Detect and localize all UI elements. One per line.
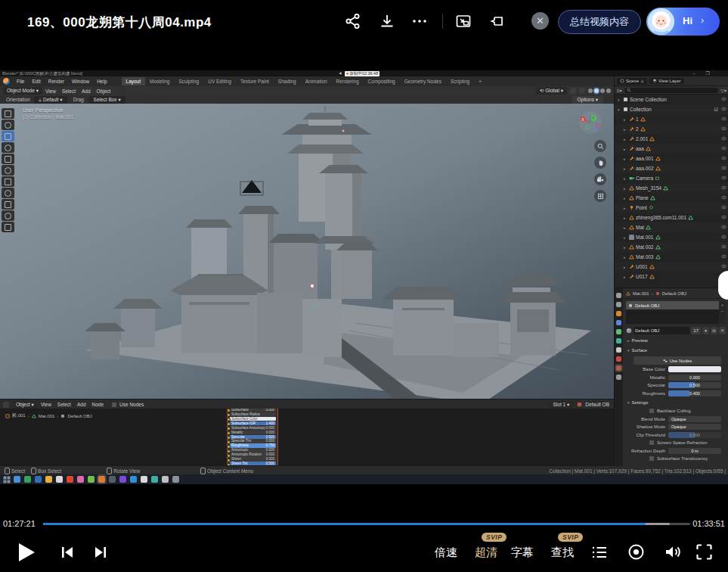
viewport-3d[interactable]: User Perspective (1) Collection | Mat.00… bbox=[0, 104, 614, 399]
taskbar-app-icon[interactable] bbox=[98, 476, 105, 483]
eye-icon[interactable] bbox=[721, 126, 726, 132]
collection-checkbox[interactable]: ☑ bbox=[714, 107, 718, 112]
expand-arrow-icon[interactable]: ▸ bbox=[624, 245, 627, 250]
expand-arrow-icon[interactable]: ▸ bbox=[624, 166, 627, 171]
use-nodes-button[interactable]: Use Nodes bbox=[634, 356, 721, 365]
shader-menu-view[interactable]: View bbox=[38, 402, 54, 407]
node-input-subsurface-radius[interactable]: Subsurface Radius bbox=[230, 412, 276, 416]
side-panel-handle[interactable] bbox=[718, 271, 728, 300]
viewport-menu-object[interactable]: Object bbox=[94, 89, 114, 94]
settings-section-header[interactable]: ▾Settings bbox=[623, 399, 728, 406]
field-control[interactable]: Opaque bbox=[668, 416, 721, 422]
eye-icon[interactable] bbox=[721, 225, 726, 230]
filter-icon[interactable]: ▽▾ bbox=[720, 88, 726, 93]
summarize-video-button[interactable]: 总结视频内容 bbox=[558, 10, 641, 34]
eye-icon[interactable] bbox=[721, 97, 726, 102]
material-slot-item[interactable]: Default OBJ bbox=[626, 301, 726, 309]
expand-arrow-icon[interactable]: ▸ bbox=[624, 117, 627, 122]
outliner-row-point[interactable]: ▸Point bbox=[615, 203, 728, 213]
workspace-tab-sculpting[interactable]: Sculpting bbox=[174, 77, 203, 85]
tool-extrude-icon[interactable] bbox=[2, 210, 14, 221]
shader-material-name[interactable]: Default OB bbox=[585, 402, 609, 407]
field-control[interactable]: 0.500 bbox=[668, 432, 721, 438]
checkbox[interactable] bbox=[649, 440, 655, 446]
taskbar-app-icon[interactable] bbox=[151, 476, 158, 483]
viewport-menu-add[interactable]: Add bbox=[79, 89, 94, 94]
navigation-gizmo[interactable]: X Y bbox=[578, 110, 603, 135]
workspace-tab-rendering[interactable]: Rendering bbox=[332, 77, 364, 85]
tool-scale-icon[interactable] bbox=[2, 154, 14, 164]
properties-tab-modifiers-icon[interactable] bbox=[616, 356, 621, 362]
tool-transform-icon[interactable] bbox=[2, 165, 14, 176]
workspace-tab-uv-editing[interactable]: UV Editing bbox=[203, 77, 236, 85]
ortho-toggle-icon[interactable] bbox=[594, 190, 606, 202]
node-input-metallic[interactable]: Metallic0.000 bbox=[230, 431, 276, 434]
expand-arrow-icon[interactable]: ▸ bbox=[624, 255, 627, 260]
properties-tab-view-layer-icon[interactable] bbox=[616, 320, 621, 325]
snap-magnet-icon[interactable] bbox=[570, 88, 576, 94]
taskbar-app-icon[interactable] bbox=[45, 476, 52, 483]
preview-section-header[interactable]: ▸Preview bbox=[623, 337, 728, 344]
outliner-row-aaa-002[interactable]: ▸aaa.002 bbox=[615, 163, 728, 173]
outliner-row-mat[interactable]: ▸Mat bbox=[615, 222, 728, 232]
taskbar-app-icon[interactable] bbox=[141, 476, 147, 483]
workspace-tab-scripting[interactable]: Scripting bbox=[446, 77, 474, 85]
eye-icon[interactable] bbox=[721, 117, 726, 122]
field-control[interactable] bbox=[668, 366, 721, 372]
rendered-shading-icon[interactable] bbox=[606, 89, 611, 93]
outliner-row-plane[interactable]: ▸Plane bbox=[615, 193, 728, 203]
scene-selector[interactable]: Scene ✕ bbox=[617, 78, 647, 85]
workspace-tab-modeling[interactable]: Modeling bbox=[145, 77, 174, 85]
expand-arrow-icon[interactable]: ▸ bbox=[624, 137, 627, 141]
node-input-sheen[interactable]: Sheen0.000 bbox=[230, 457, 276, 461]
workspace-tab-layout[interactable]: Layout bbox=[122, 77, 146, 85]
share-icon[interactable] bbox=[344, 12, 362, 30]
taskbar-app-icon[interactable] bbox=[67, 476, 73, 483]
outliner-row-1[interactable]: ▸1 bbox=[615, 114, 728, 124]
tool-rotate-icon[interactable] bbox=[2, 142, 14, 153]
properties-tab-material-icon[interactable] bbox=[616, 365, 621, 371]
shader-editor-canvas[interactable]: 殿.001› Mat.001› Default OBJ Subsurface0.… bbox=[0, 409, 614, 465]
outliner-row-u001[interactable]: ▸U001 bbox=[615, 262, 728, 272]
outliner-row-mesh-3154[interactable]: ▸Mesh_3154 bbox=[615, 183, 728, 193]
eye-icon[interactable] bbox=[721, 146, 726, 151]
expand-arrow-icon[interactable]: ▾ bbox=[618, 98, 621, 102]
eye-icon[interactable] bbox=[721, 264, 726, 269]
outliner-row-u017[interactable]: ▸U017 bbox=[615, 272, 728, 281]
mode-dropdown[interactable]: Object Mode ▾ bbox=[3, 87, 42, 95]
menu-edit[interactable]: Edit bbox=[28, 79, 44, 84]
outliner-row-2-001[interactable]: ▸2.001 bbox=[615, 134, 728, 144]
outliner-row-zhineng365-com11-001[interactable]: ▸zhineng365.com11.001 bbox=[615, 213, 728, 222]
playlist-icon[interactable] bbox=[591, 544, 608, 561]
properties-tab-texture-icon[interactable] bbox=[616, 375, 621, 380]
tool-add-cube-icon[interactable] bbox=[2, 199, 14, 210]
blender-logo-icon[interactable] bbox=[3, 78, 10, 85]
expand-arrow-icon[interactable]: ▸ bbox=[624, 186, 627, 191]
assistant-pill[interactable]: Hi › bbox=[646, 8, 720, 36]
fake-user-icon[interactable]: ♦ bbox=[702, 327, 709, 334]
eye-icon[interactable] bbox=[721, 205, 726, 210]
workspace-tab-compositing[interactable]: Compositing bbox=[364, 77, 400, 85]
menu-render[interactable]: Render bbox=[45, 79, 68, 84]
outliner-search-input[interactable] bbox=[624, 88, 719, 93]
material-users-count[interactable]: 17 bbox=[691, 327, 701, 334]
prev-icon[interactable] bbox=[60, 546, 74, 559]
material-sphere-icon[interactable] bbox=[626, 328, 632, 334]
slot-dropdown[interactable]: Slot 1 ▾ bbox=[549, 401, 575, 409]
subtitles-button[interactable]: 字幕 bbox=[511, 546, 534, 560]
viewport-menu-select[interactable]: Select bbox=[59, 89, 79, 94]
find-button[interactable]: 查找 bbox=[551, 546, 574, 560]
field-control[interactable]: 0.500 bbox=[668, 382, 721, 388]
outliner-row-mat-003[interactable]: ▸Mat.003 bbox=[615, 252, 728, 262]
taskbar-app-icon[interactable] bbox=[56, 476, 63, 483]
properties-tab-render-icon[interactable] bbox=[616, 302, 621, 307]
material-shading-icon[interactable] bbox=[600, 89, 605, 93]
properties-tab-output-icon[interactable] bbox=[616, 311, 621, 316]
camera-view-icon[interactable] bbox=[594, 173, 606, 185]
tool-measure-icon[interactable] bbox=[2, 188, 14, 198]
eye-icon[interactable] bbox=[721, 254, 726, 260]
outliner-row-aaa-001[interactable]: ▸aaa.001 bbox=[615, 154, 728, 163]
outliner-row-collection[interactable]: ▾Collection☑ bbox=[615, 104, 728, 114]
node-input-subsurface-color[interactable]: Subsurface Color bbox=[230, 417, 276, 421]
principled-bsdf-node[interactable]: Subsurface0.000Subsurface RadiusSubsurfa… bbox=[227, 409, 278, 465]
